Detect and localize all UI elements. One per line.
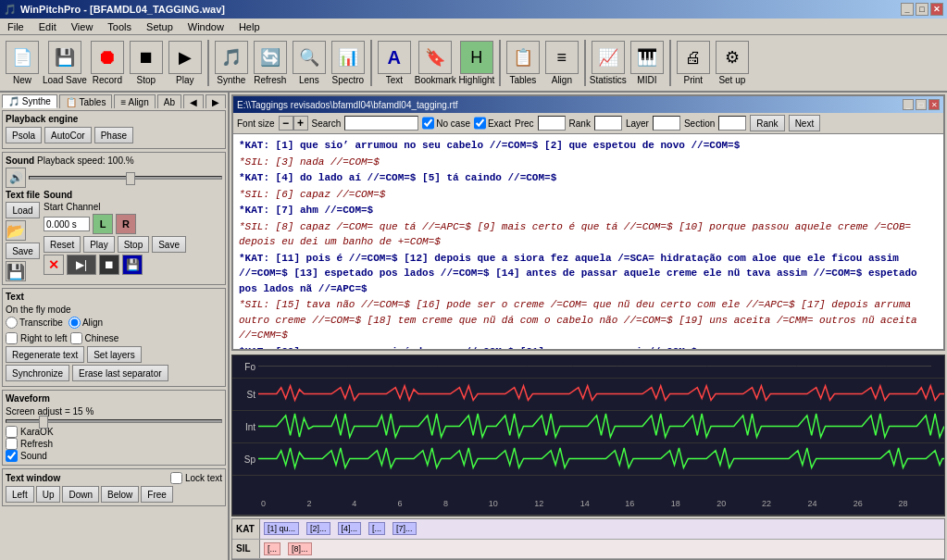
save-button-sound[interactable]: Save xyxy=(152,236,186,253)
sound-icon[interactable]: 🔊 xyxy=(6,168,26,188)
lens-icon[interactable]: 🔍 xyxy=(293,41,326,74)
exact-checkbox[interactable] xyxy=(474,116,486,131)
tb-bookmark[interactable]: 🔖 Bookmark xyxy=(415,41,456,85)
stop-icon[interactable]: ⏹ xyxy=(130,41,163,74)
statistics-icon[interactable]: 📈 xyxy=(592,41,625,74)
highlight-icon[interactable]: H xyxy=(460,41,493,74)
doc-content[interactable]: *KAT: [1] que sio’ arrumou no seu cabelo… xyxy=(233,134,943,349)
tb-refresh[interactable]: 🔄 Refresh xyxy=(252,41,289,85)
cancel-icon[interactable]: ✕ xyxy=(44,255,64,275)
synthe-icon[interactable]: 🎵 xyxy=(215,41,248,74)
rank-input[interactable] xyxy=(594,116,622,131)
section-input[interactable] xyxy=(718,116,746,131)
save-indicator[interactable]: 💾 xyxy=(122,255,143,275)
chinese-checkbox[interactable] xyxy=(70,332,82,344)
layer-input[interactable] xyxy=(653,116,680,131)
spectro-icon[interactable]: 📊 xyxy=(331,41,365,74)
menu-view[interactable]: View xyxy=(68,20,97,33)
font-size-increase-button[interactable]: + xyxy=(293,116,308,131)
left-button[interactable]: Left xyxy=(6,486,34,503)
minimize-button[interactable]: _ xyxy=(901,3,914,16)
tb-synthe[interactable]: 🎵 Synthe xyxy=(213,41,250,85)
tab-synthe[interactable]: 🎵 Synthe xyxy=(2,94,57,108)
print-icon[interactable]: 🖨 xyxy=(677,41,710,74)
screen-adjust-slider[interactable] xyxy=(6,419,222,423)
doc-restore-button[interactable]: □ xyxy=(916,99,927,110)
next-button[interactable]: Next xyxy=(789,115,821,131)
sound-checkbox[interactable] xyxy=(6,450,18,462)
tb-setup[interactable]: ⚙ Set up xyxy=(714,41,751,85)
up-button[interactable]: Up xyxy=(36,486,61,503)
tb-load-save[interactable]: 💾 Load Save xyxy=(43,41,87,85)
lock-text-checkbox[interactable] xyxy=(170,472,182,484)
playback-slider[interactable] xyxy=(29,176,222,180)
autocor-button[interactable]: AutoCor xyxy=(44,127,92,143)
refresh-icon[interactable]: 🔄 xyxy=(254,41,287,74)
new-icon[interactable]: 📄 xyxy=(6,41,39,74)
sil-content[interactable]: [... [8]... xyxy=(260,540,944,559)
doc-close-button[interactable]: ✕ xyxy=(928,99,940,110)
refresh-checkbox[interactable] xyxy=(6,438,18,450)
text-file-save-button[interactable]: Save xyxy=(6,243,40,259)
transcribe-radio[interactable] xyxy=(6,317,18,329)
below-button[interactable]: Below xyxy=(101,486,139,503)
rank-button[interactable]: Rank xyxy=(750,115,784,131)
karaok-checkbox[interactable] xyxy=(6,426,18,438)
setup-icon[interactable]: ⚙ xyxy=(716,41,749,74)
prec-input[interactable] xyxy=(538,116,566,131)
tb-new[interactable]: 📄 New xyxy=(4,41,41,85)
tab-align[interactable]: ≡ Align xyxy=(114,94,155,108)
text-file-save-icon[interactable]: 💾 xyxy=(6,261,26,281)
tb-tables[interactable]: 📋 Tables xyxy=(505,41,542,85)
regenerate-text-button[interactable]: Regenerate text xyxy=(6,346,84,363)
start-input[interactable] xyxy=(44,217,90,231)
tb-text[interactable]: A Text xyxy=(376,41,413,85)
stop-indicator[interactable]: ⏹ xyxy=(99,255,119,275)
erase-last-separator-button[interactable]: Erase last separator xyxy=(72,365,168,381)
align-icon[interactable]: ≡ xyxy=(545,41,579,74)
tab-tables[interactable]: 📋 Tables xyxy=(59,94,113,108)
set-layers-button[interactable]: Set layers xyxy=(87,346,141,363)
search-input[interactable] xyxy=(344,116,418,131)
tb-print[interactable]: 🖨 Print xyxy=(675,41,712,85)
menu-file[interactable]: File xyxy=(4,20,28,33)
menu-edit[interactable]: Edit xyxy=(35,20,60,33)
channel-l-button[interactable]: L xyxy=(93,214,113,234)
text-file-load-icon[interactable]: 📂 xyxy=(6,220,26,241)
synchronize-button[interactable]: Synchronize xyxy=(6,365,69,381)
doc-minimize-button[interactable]: _ xyxy=(903,99,914,110)
stop-button-sound[interactable]: Stop xyxy=(118,236,150,253)
right-to-left-checkbox[interactable] xyxy=(6,332,18,344)
close-button[interactable]: ✕ xyxy=(930,3,943,16)
tb-spectro[interactable]: 📊 Spectro xyxy=(330,41,367,85)
phase-button[interactable]: Phase xyxy=(94,127,133,143)
reset-button[interactable]: Reset xyxy=(44,236,81,253)
play-icon[interactable]: ▶ xyxy=(168,41,202,74)
bookmark-icon[interactable]: 🔖 xyxy=(418,41,452,74)
channel-r-button[interactable]: R xyxy=(116,214,136,234)
midi-icon[interactable]: 🎹 xyxy=(630,41,664,74)
record-icon[interactable]: ⏺ xyxy=(91,41,124,74)
tb-align[interactable]: ≡ Align xyxy=(543,41,580,85)
psola-button[interactable]: Psola xyxy=(6,127,42,143)
tb-record[interactable]: ⏺ Record xyxy=(89,41,126,85)
tb-lens[interactable]: 🔍 Lens xyxy=(291,41,328,85)
font-size-decrease-button[interactable]: − xyxy=(279,116,293,131)
menu-window[interactable]: Window xyxy=(184,20,228,33)
tab-nav-right[interactable]: ▶ xyxy=(206,94,226,108)
menu-setup[interactable]: Setup xyxy=(143,20,177,33)
play-indicator[interactable]: ▶| xyxy=(67,255,96,275)
menu-help[interactable]: Help xyxy=(235,20,264,33)
kat-content[interactable]: [1] qu... [2]... [4]... [... [7]... xyxy=(260,519,944,539)
tables-icon[interactable]: 📋 xyxy=(506,41,540,74)
text-file-load-button[interactable]: Load xyxy=(6,202,40,218)
tab-nav-left[interactable]: ◀ xyxy=(183,94,204,108)
restore-button[interactable]: □ xyxy=(916,3,928,16)
tab-ab[interactable]: Ab xyxy=(157,94,181,108)
play-button-sound[interactable]: Play xyxy=(83,236,114,253)
no-case-checkbox[interactable] xyxy=(422,116,434,131)
down-button[interactable]: Down xyxy=(62,486,99,503)
align-radio[interactable] xyxy=(69,317,81,329)
tb-stop[interactable]: ⏹ Stop xyxy=(128,41,165,85)
tb-highlight[interactable]: H Highlight xyxy=(458,41,495,85)
